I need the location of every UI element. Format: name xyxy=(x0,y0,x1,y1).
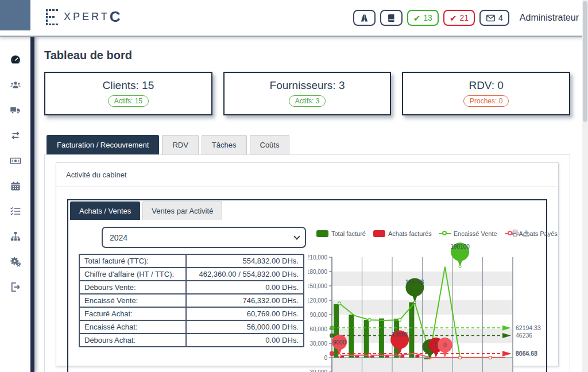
activity-panel-body: Achats / VentesVentes par Activité 2024 … xyxy=(56,187,558,372)
pin-label: 0 xyxy=(443,342,447,348)
header-badge-road[interactable] xyxy=(353,10,376,26)
line-marker xyxy=(489,356,492,359)
activity-chart: 62194.33462368666.688064.63210,000180,00… xyxy=(308,242,551,372)
tick-label-y: 60,000 xyxy=(310,326,327,332)
sidebar-item-transactions[interactable] xyxy=(0,123,30,148)
road-icon xyxy=(359,13,369,23)
achats-ventes-content: 2024 Total facturé (TTC):554,832.00 DHs.… xyxy=(68,220,546,372)
top-header: XPERT C ✔13✔214 Administrateur xyxy=(0,0,588,37)
exchange-arrows-icon xyxy=(10,130,21,141)
task-list-icon xyxy=(10,206,21,217)
sidebar-item-dashboard[interactable] xyxy=(0,47,30,72)
stats-value: 0.00 DHs. xyxy=(186,281,304,294)
header-badge-check-green[interactable]: ✔13 xyxy=(407,10,439,26)
card-fournisseurs[interactable]: Fournisseurs: 3 Actifs: 3 xyxy=(223,72,392,115)
year-select[interactable]: 2024 xyxy=(102,227,306,248)
card-fournisseurs-badge: Actifs: 3 xyxy=(289,95,326,107)
inner-tab-achats-ventes[interactable]: Achats / Ventes xyxy=(70,202,140,220)
tick-label-y: 90,000 xyxy=(310,312,327,318)
stats-label: Total facturé (TTC): xyxy=(79,254,186,268)
sidebar-item-organisation[interactable] xyxy=(0,224,30,249)
stats-label: Chiffre d'affaire (HT / TTC): xyxy=(79,268,186,281)
badge-count: 4 xyxy=(498,13,503,22)
trendline-label: 8064.63 xyxy=(516,350,537,357)
card-clients-badge: Actifs: 15 xyxy=(108,95,149,107)
card-rdv-badge: Proches: 0 xyxy=(463,95,509,107)
tick-label-y: 210,000 xyxy=(308,254,327,261)
line-marker xyxy=(399,319,401,321)
sidebar-item-deconnexion[interactable] xyxy=(0,274,30,300)
legend-item[interactable]: Achats facturés xyxy=(373,230,432,237)
chart-export-icons xyxy=(511,229,530,237)
header-badge-check-red[interactable]: ✔21 xyxy=(443,10,475,26)
pin-label: 190100 xyxy=(450,243,470,250)
legend-swatch-icon xyxy=(373,230,385,237)
legend-item[interactable]: Encaissé Vente xyxy=(439,230,497,237)
line-marker xyxy=(338,302,341,305)
sidebar-item-paiements[interactable] xyxy=(0,148,30,173)
money-bill-icon xyxy=(10,155,21,166)
page-scrollbar[interactable] xyxy=(582,0,588,372)
tick-label-y: 30,000 xyxy=(310,340,327,347)
scrollbar-thumb[interactable] xyxy=(583,1,587,122)
logo-c: C xyxy=(110,8,121,26)
logout-icon xyxy=(10,281,21,293)
stats-label: Débours Vente: xyxy=(79,281,186,294)
check-icon: ✔ xyxy=(413,14,421,22)
card-clients[interactable]: Clients: 15 Actifs: 15 xyxy=(44,72,212,115)
book-icon xyxy=(386,13,396,23)
stats-row: Encaissé Achat:56,000.00 DHs. xyxy=(79,320,304,334)
tab-rdv[interactable]: RDV xyxy=(162,135,198,154)
stats-column: 2024 Total facturé (TTC):554,832.00 DHs.… xyxy=(79,227,308,372)
truck-icon xyxy=(10,104,21,116)
tab-t-ches[interactable]: Tâches xyxy=(202,135,247,154)
tick-label-y: 150,000 xyxy=(308,283,327,289)
sidebar-item-fournisseurs[interactable] xyxy=(0,98,30,123)
stats-label: Encaissé Vente: xyxy=(79,294,186,307)
pin-anchor-dot xyxy=(413,301,416,304)
line-marker xyxy=(368,354,371,356)
tick-label-y: -30,000 xyxy=(308,369,327,372)
users-icon xyxy=(10,79,21,91)
badge-count: 21 xyxy=(459,13,469,22)
stats-label: Débours Achat: xyxy=(79,334,186,347)
summary-cards: Clients: 15 Actifs: 15 Fournisseurs: 3 A… xyxy=(44,72,570,115)
activity-panel: Activité du cabinet Achats / VentesVente… xyxy=(56,162,559,366)
legend-label: Encaissé Vente xyxy=(454,230,497,237)
card-rdv[interactable]: RDV: 0 Proches: 0 xyxy=(402,72,570,115)
sidebar-item-parametres[interactable] xyxy=(0,249,30,274)
inner-tab-ventes-par-activit-[interactable]: Ventes par Activité xyxy=(142,202,222,220)
tab-co-ts[interactable]: Coûts xyxy=(250,135,290,154)
legend-item[interactable]: Total facturé xyxy=(316,230,366,237)
header-badge-mail[interactable]: 4 xyxy=(479,10,509,26)
bar-achats-facturés xyxy=(415,355,419,358)
app-logo[interactable]: XPERT C xyxy=(46,8,120,26)
stats-value: 554,832.00 DHs. xyxy=(186,254,304,268)
header-corner-square xyxy=(0,0,30,30)
calendar-icon xyxy=(10,180,21,192)
sidebar-item-taches[interactable] xyxy=(0,199,30,224)
stats-value: 0.00 DHs. xyxy=(186,334,304,347)
check-icon: ✔ xyxy=(450,14,457,22)
download-icon[interactable] xyxy=(522,229,530,237)
sidebar-item-clients[interactable] xyxy=(0,72,30,98)
tick-label-y: 120,000 xyxy=(308,297,327,304)
sidebar-divider xyxy=(30,37,34,372)
admin-user-label[interactable]: Administrateur xyxy=(520,13,579,23)
print-icon[interactable] xyxy=(511,229,519,237)
tab-facturation-recouvrement[interactable]: Facturation / Recouvrement xyxy=(47,135,159,154)
pin-label: 0 xyxy=(434,342,438,348)
sitemap-icon xyxy=(10,231,21,242)
card-fournisseurs-title: Fournisseurs: 3 xyxy=(225,79,390,92)
legend-line-marker-icon xyxy=(439,231,451,237)
stats-row: Facturé Achat:60,769.00 DHs. xyxy=(79,307,304,320)
pin-label: 10502 xyxy=(392,331,408,338)
header-badge-book[interactable] xyxy=(380,10,403,26)
pin-anchor-dot xyxy=(459,266,461,268)
dashboard-tab-panel: Facturation / RecouvrementRDVTâchesCoûts… xyxy=(44,135,570,372)
sidebar-item-calendrier[interactable] xyxy=(0,173,30,199)
stats-value: 746,332.00 DHs. xyxy=(186,294,304,307)
main-content: Tableau de bord Clients: 15 Actifs: 15 F… xyxy=(34,38,580,372)
stats-row: Chiffre d'affaire (HT / TTC):462,360.00 … xyxy=(79,268,304,281)
stats-value: 462,360.00 / 554,832.00 DHs. xyxy=(186,268,304,281)
